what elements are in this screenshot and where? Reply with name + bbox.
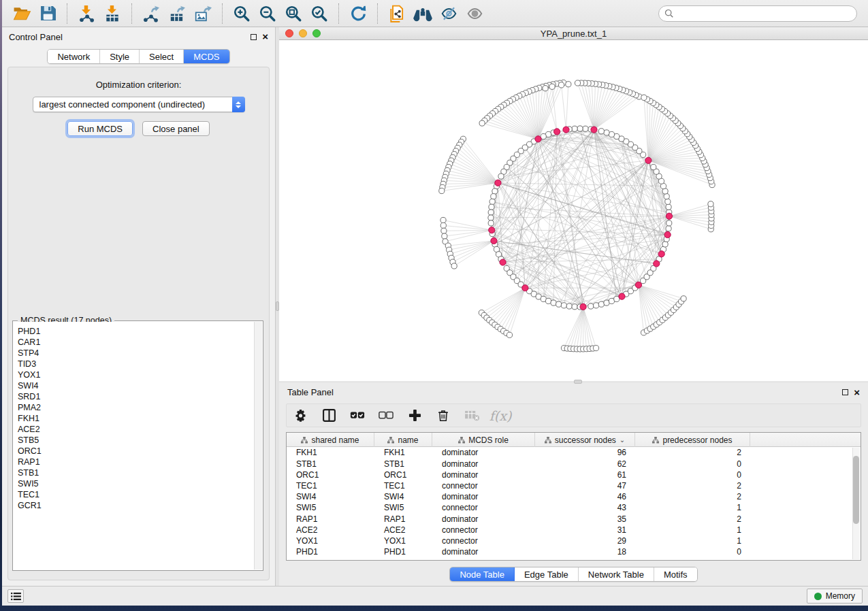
task-history-button[interactable]	[7, 589, 24, 603]
network-node[interactable]	[662, 242, 668, 247]
network-node[interactable]	[598, 129, 604, 134]
mcds-hub-node[interactable]	[635, 282, 641, 288]
mcds-node-item[interactable]: SWI5	[18, 478, 254, 489]
export-network-icon[interactable]	[141, 4, 161, 23]
export-image-icon[interactable]	[193, 4, 213, 23]
column-header-successor-nodes[interactable]: successor nodes⌄	[535, 433, 635, 447]
table-row[interactable]: FKH1FKH1dominator962	[287, 447, 861, 458]
network-node[interactable]	[492, 188, 498, 194]
network-node[interactable]	[488, 215, 494, 220]
tab-edge-table[interactable]: Edge Table	[515, 567, 579, 581]
tab-network[interactable]: Network	[48, 50, 100, 63]
network-node[interactable]	[545, 298, 551, 303]
zoom-fit-icon[interactable]	[283, 4, 304, 23]
search-network-icon[interactable]	[413, 4, 433, 23]
table-row[interactable]: SWI5SWI5connector431	[287, 502, 861, 513]
network-node[interactable]	[577, 126, 583, 131]
mcds-hub-node[interactable]	[658, 251, 664, 257]
column-chooser-icon[interactable]	[321, 408, 337, 424]
import-table-icon[interactable]	[102, 4, 123, 23]
close-panel-icon[interactable]: ×	[854, 389, 860, 396]
table-row[interactable]: ACE2ACE2connector311	[287, 525, 861, 535]
column-header-predecessor-nodes[interactable]: predecessor nodes	[635, 433, 750, 447]
zoom-out-icon[interactable]	[257, 4, 278, 23]
open-file-icon[interactable]	[12, 4, 32, 23]
mcds-hub-node[interactable]	[535, 136, 541, 142]
network-node[interactable]	[666, 220, 672, 226]
mcds-hub-node[interactable]	[553, 129, 560, 135]
network-node[interactable]	[583, 126, 588, 131]
table-settings-icon[interactable]	[292, 408, 308, 424]
optimization-criterion-select[interactable]: largest connected component (undirected)	[33, 97, 245, 112]
network-node[interactable]	[651, 164, 656, 169]
table-row[interactable]: RAP1RAP1dominator352	[287, 513, 861, 524]
mcds-node-item[interactable]: SRD1	[18, 391, 254, 402]
mcds-node-item[interactable]: STB1	[18, 467, 254, 478]
run-mcds-button[interactable]: Run MCDS	[67, 121, 133, 136]
mcds-hub-node[interactable]	[500, 259, 506, 265]
mcds-list-scrollbar[interactable]	[254, 322, 262, 569]
network-node[interactable]	[572, 304, 577, 310]
network-node[interactable]	[665, 199, 671, 204]
network-node[interactable]	[556, 301, 562, 307]
network-node[interactable]	[488, 210, 494, 215]
mcds-hub-node[interactable]	[654, 261, 660, 267]
network-node[interactable]	[604, 300, 609, 306]
scrollbar-thumb[interactable]	[853, 456, 859, 524]
tab-mcds[interactable]: MCDS	[184, 50, 229, 63]
mcds-node-item[interactable]: ORC1	[18, 446, 254, 457]
mcds-hub-node[interactable]	[491, 237, 497, 244]
mcds-node-item[interactable]: TEC1	[18, 489, 254, 500]
network-node[interactable]	[666, 226, 671, 231]
network-node[interactable]	[489, 204, 494, 210]
table-row[interactable]: SWI4SWI4dominator462	[287, 491, 861, 502]
network-search-box[interactable]	[658, 5, 857, 22]
mcds-node-item[interactable]: FKH1	[18, 413, 254, 424]
zoom-selected-icon[interactable]	[309, 4, 329, 23]
mcds-hub-node[interactable]	[666, 213, 672, 219]
select-all-icon[interactable]	[349, 408, 366, 424]
mcds-node-item[interactable]: RAP1	[18, 457, 254, 467]
network-node[interactable]	[604, 130, 609, 135]
network-node[interactable]	[561, 303, 566, 308]
network-node[interactable]	[664, 194, 669, 199]
splitter-grip[interactable]	[574, 380, 582, 384]
column-header-name[interactable]: name	[374, 433, 432, 447]
network-node[interactable]	[598, 301, 604, 307]
delete-column-icon[interactable]	[435, 408, 451, 424]
memory-button[interactable]: Memory	[807, 589, 863, 604]
table-scrollbar[interactable]	[852, 448, 860, 559]
search-input[interactable]	[678, 9, 851, 18]
save-session-icon[interactable]	[37, 4, 58, 23]
export-table-icon[interactable]	[167, 4, 187, 23]
import-network-icon[interactable]	[76, 4, 97, 23]
refresh-layout-icon[interactable]	[348, 4, 368, 23]
mcds-node-item[interactable]: CAR1	[18, 337, 254, 348]
table-row[interactable]: PHD1PHD1dominator180	[287, 546, 861, 557]
tab-network-table[interactable]: Network Table	[579, 567, 654, 581]
network-node[interactable]	[666, 204, 671, 210]
mcds-node-item[interactable]: PHD1	[18, 326, 254, 337]
network-view[interactable]	[279, 40, 868, 381]
mcds-node-item[interactable]: STP4	[18, 348, 254, 359]
mcds-node-item[interactable]: PMA2	[18, 402, 254, 413]
delete-table-icon[interactable]	[464, 408, 480, 424]
zoom-in-icon[interactable]	[231, 4, 252, 23]
column-header-MCDS-role[interactable]: MCDS role	[432, 433, 535, 447]
network-node[interactable]	[488, 220, 494, 226]
mcds-node-item[interactable]: SWI4	[18, 380, 254, 391]
network-node[interactable]	[572, 126, 577, 131]
table-row[interactable]: ORC1ORC1dominator610	[287, 469, 861, 480]
network-node[interactable]	[609, 131, 614, 137]
network-node[interactable]	[566, 303, 572, 309]
mcds-hub-node[interactable]	[580, 303, 586, 310]
float-panel-icon[interactable]	[842, 389, 848, 395]
mcds-hub-node[interactable]	[591, 127, 597, 133]
table-row[interactable]: YOX1YOX1connector291	[287, 535, 861, 546]
mcds-node-item[interactable]: STB5	[18, 435, 254, 446]
tab-node-table[interactable]: Node Table	[450, 567, 515, 581]
tab-select[interactable]: Select	[140, 50, 184, 63]
mcds-hub-node[interactable]	[645, 157, 652, 163]
function-builder-icon[interactable]: f(x)	[492, 408, 509, 424]
network-node[interactable]	[498, 174, 504, 179]
